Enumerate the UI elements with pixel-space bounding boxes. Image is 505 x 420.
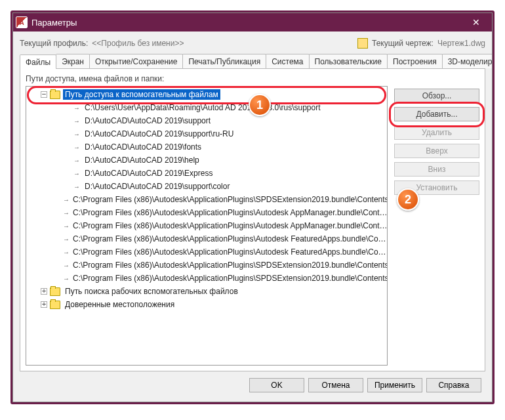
arrow-icon: → — [63, 221, 70, 230]
tree-path-item[interactable]: →D:\AutoCAD\AutoCAD 2019\help — [26, 154, 387, 167]
expand-icon[interactable]: + — [41, 301, 47, 308]
arrow-icon: → — [63, 274, 70, 283]
tree-node-working-paths[interactable]: + Путь поиска рабочих вспомогательных фа… — [26, 285, 387, 298]
tree-path-item[interactable]: →D:\AutoCAD\AutoCAD 2019\fonts — [26, 140, 387, 154]
app-icon: A — [16, 16, 28, 28]
close-icon[interactable]: ✕ — [463, 15, 489, 30]
tree-path-item[interactable]: →C:\Program Files (x86)\Autodesk\Applica… — [26, 219, 387, 232]
tab-user[interactable]: Пользовательские — [309, 54, 388, 68]
arrow-icon: → — [72, 129, 81, 138]
callout-2: 2 — [397, 188, 419, 211]
delete-button: Удалить — [394, 125, 479, 140]
tree-node-label: Доверенные местоположения — [63, 299, 176, 310]
current-profile-value: <<Профиль без имени>> — [92, 39, 184, 48]
section-label: Пути доступа, имена файлов и папки: — [26, 74, 479, 83]
tabs: Файлы Экран Открытие/Сохранение Печать/П… — [20, 54, 485, 69]
tab-3d[interactable]: 3D-моделирова — [442, 54, 492, 68]
profile-row: Текущий профиль: <<Профиль без имени>> Т… — [20, 35, 485, 54]
tab-system[interactable]: Система — [266, 54, 309, 68]
help-button[interactable]: Справка — [426, 378, 481, 392]
tree-path-item[interactable]: →C:\Program Files (x86)\Autodesk\Applica… — [26, 259, 387, 272]
arrow-icon: → — [72, 169, 81, 178]
tree-node-label: Путь доступа к вспомогательным файлам — [63, 89, 220, 100]
tree-path-item[interactable]: →C:\Users\User\AppData\Roaming\Autod AD … — [26, 101, 387, 114]
tree-node-trusted[interactable]: + Доверенные местоположения — [26, 298, 387, 311]
cancel-button[interactable]: Отмена — [308, 378, 363, 392]
window-title: Параметры — [31, 18, 463, 28]
arrow-icon: → — [72, 103, 81, 112]
arrow-icon: → — [63, 247, 70, 257]
tab-print[interactable]: Печать/Публикация — [182, 54, 266, 68]
move-down-button: Вниз — [394, 162, 479, 177]
arrow-icon: → — [63, 195, 70, 204]
arrow-icon: → — [63, 261, 70, 270]
arrow-icon: → — [63, 208, 70, 217]
current-drawing-label: Текущий чертеж: — [372, 39, 434, 48]
arrow-icon: → — [72, 156, 81, 165]
tree-path-item[interactable]: →D:\AutoCAD\AutoCAD 2019\support\color — [26, 180, 387, 193]
tree-path-item[interactable]: →C:\Program Files (x86)\Autodesk\Applica… — [26, 193, 387, 206]
tree-path-item[interactable]: →C:\Program Files (x86)\Autodesk\Applica… — [26, 232, 387, 245]
arrow-icon: → — [63, 234, 70, 243]
add-button[interactable]: Добавить... — [394, 107, 479, 121]
drawing-icon — [357, 38, 368, 49]
folder-icon — [50, 301, 60, 309]
expand-icon[interactable]: + — [41, 288, 47, 295]
tree-path-item[interactable]: →D:\AutoCAD\AutoCAD 2019\support — [26, 114, 387, 127]
tree-path-item[interactable]: →D:\AutoCAD\AutoCAD 2019\Express — [26, 167, 387, 180]
arrow-icon: → — [72, 182, 81, 191]
paths-tree[interactable]: − Путь доступа к вспомогательным файлам … — [26, 86, 388, 366]
tab-page-files: Пути доступа, имена файлов и папки: − Пу… — [20, 69, 485, 371]
titlebar: A Параметры ✕ — [13, 13, 492, 32]
tab-screen[interactable]: Экран — [56, 54, 90, 68]
browse-button[interactable]: Обзор... — [394, 89, 479, 103]
dialog-buttons: OK Отмена Применить Справка — [20, 371, 485, 395]
tree-node-support-paths[interactable]: − Путь доступа к вспомогательным файлам — [26, 88, 387, 101]
tree-path-item[interactable]: →D:\AutoCAD\AutoCAD 2019\support\ru-RU — [26, 127, 387, 140]
arrow-icon: → — [72, 116, 81, 125]
side-buttons: Обзор... Добавить... Удалить Вверх Вниз … — [394, 86, 479, 366]
folder-icon — [50, 91, 60, 99]
arrow-icon: → — [72, 142, 81, 152]
current-profile-label: Текущий профиль: — [20, 39, 88, 48]
folder-icon — [50, 287, 60, 296]
tab-open-save[interactable]: Открытие/Сохранение — [89, 54, 183, 68]
apply-button[interactable]: Применить — [367, 378, 422, 392]
tab-drafting[interactable]: Построения — [387, 54, 443, 68]
tree-path-item[interactable]: →C:\Program Files (x86)\Autodesk\Applica… — [26, 245, 387, 259]
ok-button[interactable]: OK — [249, 378, 304, 392]
callout-1: 1 — [249, 94, 271, 116]
tree-path-item[interactable]: →C:\Program Files (x86)\Autodesk\Applica… — [26, 272, 387, 285]
tree-path-item[interactable]: →C:\Program Files (x86)\Autodesk\Applica… — [26, 206, 387, 219]
tab-files[interactable]: Файлы — [20, 54, 56, 69]
move-up-button: Вверх — [394, 144, 479, 158]
collapse-icon[interactable]: − — [41, 91, 47, 98]
tree-node-label: Путь поиска рабочих вспомогательных файл… — [63, 286, 240, 297]
current-drawing-value: Чертеж1.dwg — [437, 39, 485, 48]
